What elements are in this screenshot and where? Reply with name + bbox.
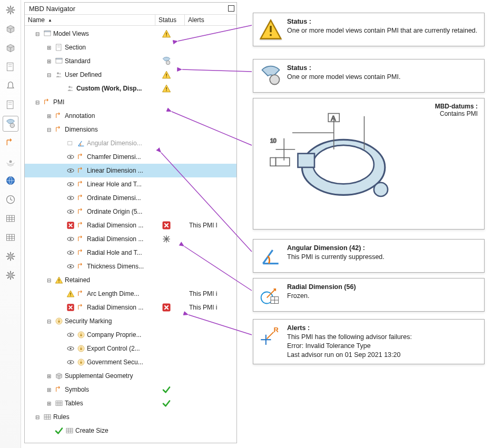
visibility-icon[interactable] [66,138,75,148]
expander-icon[interactable]: ⊞ [46,44,52,51]
expander-icon[interactable]: ⊟ [46,72,52,78]
tools-icon[interactable] [3,248,18,264]
tree-item-dim[interactable]: ⊟ Dimensions [25,123,236,136]
tree-item-std[interactable]: ⊞ Standard [25,54,236,68]
tree-item-cs[interactable]: · Create Size [25,424,236,437]
expander-icon[interactable]: · [57,195,64,201]
cube-icon[interactable] [3,21,18,37]
expander-icon[interactable]: · [57,154,64,160]
alerts-cell: This PMI i [189,290,236,297]
expander-icon[interactable]: · [57,140,64,146]
tree-item-tbl[interactable]: ⊞ Tables [25,396,236,410]
tree-item-ann[interactable]: ⊞ Annotation [25,109,236,123]
expander-icon[interactable]: · [57,222,64,228]
visibility-icon[interactable] [66,180,75,189]
visibility-icon[interactable] [66,166,75,175]
expander-icon[interactable]: · [46,427,52,434]
visibility-icon[interactable] [66,357,75,367]
expander-icon[interactable]: ⊟ [34,31,41,37]
node-label: Annotation [65,112,95,120]
status-cell [160,84,189,93]
tree-item-lin[interactable]: · Linear Dimension ... [25,164,236,177]
stack-icon[interactable] [3,97,18,113]
mbd-icon[interactable] [3,116,18,132]
column-header-status[interactable]: Status [155,15,185,25]
inspect-icon[interactable] [3,135,18,151]
settings-icon[interactable] [3,267,18,283]
tree-item-pmi[interactable]: ⊟ PMI [25,95,236,109]
globe-icon[interactable] [3,173,18,188]
chart-icon[interactable] [3,230,18,245]
expander-icon[interactable]: · [57,359,64,365]
expander-icon[interactable]: · [57,332,64,338]
expander-icon[interactable]: · [57,291,64,297]
tree-item-mv[interactable]: ⊟ Model Views [25,27,236,41]
expander-icon[interactable]: · [57,236,64,242]
expander-icon[interactable]: · [57,208,64,215]
tree-item-sec[interactable]: ⊞ Section [25,41,236,54]
expander-icon[interactable]: ⊞ [46,113,52,119]
tree-item-sm[interactable]: ⊟ Security Marking [25,314,236,328]
tree-item-rad2[interactable]: · Radial Dimension ... [25,232,236,246]
expander-icon[interactable]: ⊟ [46,126,52,133]
visibility-icon[interactable] [66,152,75,162]
column-header-name[interactable]: Name ▲ [25,15,155,25]
expander-icon[interactable]: ⊞ [46,58,52,64]
maximize-icon[interactable] [228,5,234,12]
tree-item-ord[interactable]: · Ordinate Dimensi... [25,191,236,205]
color-icon[interactable] [3,211,18,226]
tree-item-chf[interactable]: · Chamfer Dimensi... [25,150,236,164]
expander-icon[interactable]: · [57,345,64,352]
clock-icon[interactable] [3,192,18,207]
expander-icon[interactable]: ⊞ [46,373,52,379]
svg-rect-53 [276,158,290,166]
tree-item-arc[interactable]: · Arc Length Dime... This PMI i [25,287,236,301]
visibility-icon[interactable] [66,221,75,230]
visibility-icon[interactable] [66,303,75,312]
part-icon[interactable] [3,40,18,56]
tree-item-ret[interactable]: ⊟ Retained [25,273,236,287]
tree-item-ang[interactable]: · Angular Dimensio... [25,136,236,150]
expander-icon[interactable]: ⊞ [46,400,52,406]
tree-item-rad1[interactable]: · Radial Dimension ... This PMI l [25,218,236,232]
visibility-icon[interactable] [66,207,75,216]
tree-item-rht[interactable]: · Radial Hole and T... [25,246,236,260]
expander-icon[interactable]: · [57,181,64,187]
tree-item-sg[interactable]: ⊞ Supplemental Geometry [25,369,236,383]
expander-icon[interactable]: ⊞ [46,386,52,393]
visibility-icon[interactable] [66,330,75,340]
visibility-icon[interactable] [66,234,75,244]
visibility-icon[interactable] [66,344,75,353]
expander-icon[interactable]: · [57,167,64,174]
node-label: Security Marking [65,317,112,325]
visibility-icon[interactable] [66,248,75,257]
expander-icon[interactable]: · [57,304,64,311]
status-cell [160,221,189,230]
visibility-icon[interactable] [66,193,75,203]
tree-item-lht[interactable]: · Linear Hole and T... [25,177,236,191]
tree-item-ec[interactable]: · Export Control (2... [25,342,236,355]
tree-item-cp[interactable]: · Company Proprie... [25,328,236,342]
tree-item-cw[interactable]: · Custom (Work, Disp... [25,82,236,95]
bell-icon[interactable] [3,78,18,94]
tree-item-rad3[interactable]: · Radial Dimension ... This PMI i [25,301,236,314]
expander-icon[interactable]: ⊟ [46,277,52,283]
gear-icon[interactable] [3,2,18,18]
tree-item-gs[interactable]: · Government Secu... [25,355,236,369]
tree-item-sym[interactable]: ⊞ Symbols [25,383,236,396]
visibility-icon[interactable] [66,262,75,271]
expander-icon[interactable]: ⊟ [34,414,41,420]
visibility-icon[interactable] [66,289,75,298]
tree-item-ud[interactable]: ⊟ User Defined [25,68,236,82]
tree-item-rules[interactable]: ⊟ Rules [25,410,236,424]
expander-icon[interactable]: ⊟ [46,318,52,324]
expander-icon[interactable]: · [57,85,64,92]
expander-icon[interactable]: ⊟ [34,99,41,105]
column-header-alerts[interactable]: Alerts [185,15,236,25]
expander-icon[interactable]: · [57,250,64,256]
sheet-icon[interactable] [3,59,18,75]
expander-icon[interactable]: · [57,263,64,270]
tree-item-thk[interactable]: · Thickness Dimens... [25,260,236,273]
tree-item-oro[interactable]: · Ordinate Origin (5... [25,205,236,218]
signal-icon[interactable] [3,154,18,170]
